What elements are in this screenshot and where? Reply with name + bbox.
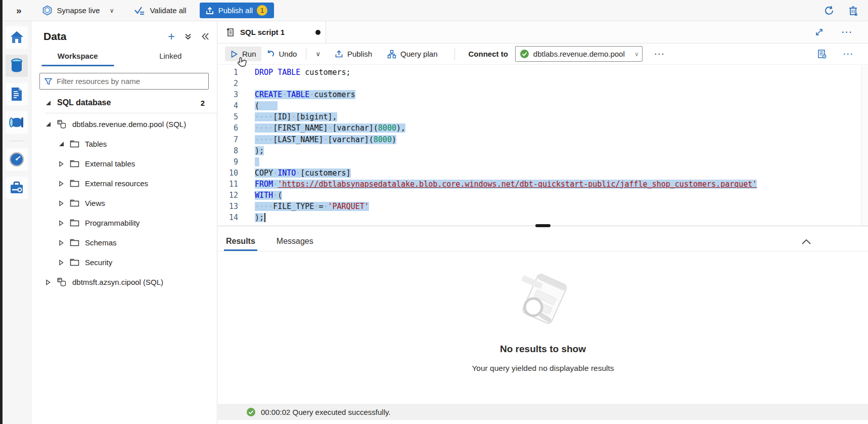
success-check-icon: [246, 407, 256, 417]
rail-item-develop[interactable]: [6, 83, 28, 105]
collapsed-caret-icon[interactable]: [58, 181, 64, 187]
undo-button[interactable]: Undo: [261, 47, 302, 61]
query-plan-button[interactable]: Query plan: [382, 47, 442, 62]
tree-item-label: External tables: [85, 159, 135, 168]
query-plan-label: Query plan: [400, 50, 437, 58]
rail-item-manage[interactable]: [6, 177, 28, 199]
code-line-10[interactable]: 10COPY·INTO·[customers]: [218, 167, 861, 179]
code-line-14[interactable]: 14);: [218, 212, 861, 223]
tree-item-views[interactable]: Views: [31, 193, 217, 213]
undo-redo-dropdown-icon[interactable]: ∨: [310, 47, 326, 61]
collapsed-caret-icon[interactable]: [58, 161, 64, 167]
rail-item-data[interactable]: [6, 55, 28, 77]
selected-text: ····[FIRST_NAME]·[varchar](8000),: [255, 123, 405, 133]
run-button[interactable]: Run: [225, 47, 261, 61]
rail-item-integrate[interactable]: [6, 111, 28, 134]
collapsed-caret-icon[interactable]: [45, 279, 51, 285]
tab-messages[interactable]: Messages: [275, 237, 315, 251]
synapse-live-dropdown[interactable]: Synapse live ∨: [42, 5, 114, 16]
chevron-down-icon: ∨: [110, 7, 114, 14]
window-left-edge: [0, 0, 3, 424]
collapsed-caret-icon[interactable]: [58, 240, 64, 246]
selected-text: FROM·'https://dbtlabsynapsedatalake.blob…: [255, 180, 757, 189]
tab-linked[interactable]: Linked: [124, 48, 217, 66]
unsaved-changes-dot: [315, 30, 321, 35]
line-content: ····FILE_TYPE·=·'PARQUET': [238, 201, 369, 212]
tab-more-actions-icon[interactable]: ···: [838, 28, 857, 37]
tab-results[interactable]: Results: [224, 237, 257, 251]
line-content: CREATE·TABLE·customers: [238, 89, 355, 100]
expand-collapse-icon[interactable]: [184, 32, 192, 40]
expand-menu-icon[interactable]: »: [16, 5, 21, 16]
editor-scrollbar[interactable]: [861, 65, 868, 247]
connect-to-pool-dropdown[interactable]: dbtlabs.revenue.demo.pool ∨: [515, 46, 643, 62]
sql-code-editor[interactable]: 1DROP TABLE customers;23CREATE·TABLE·cus…: [218, 65, 861, 246]
expanded-caret-icon[interactable]: [45, 121, 51, 127]
monitor-icon: [9, 152, 24, 167]
expanded-caret-icon[interactable]: [45, 100, 51, 106]
publish-button[interactable]: Publish: [330, 47, 377, 61]
validate-all-button[interactable]: Validate all: [134, 6, 186, 16]
tree-item-dbtmsft-azsyn-cipool-sql[interactable]: dbtmsft.azsyn.cipool (SQL): [31, 272, 217, 292]
tree-section-count: 2: [201, 99, 205, 107]
data-panel-title: Data: [43, 30, 67, 43]
status-message: 00:00:02 Query executed successfully.: [261, 408, 391, 416]
code-line-13[interactable]: 13····FILE_TYPE·=·'PARQUET': [218, 201, 861, 212]
filter-resources-input[interactable]: [57, 77, 204, 86]
publish-label: Publish: [347, 50, 372, 58]
code-line-7[interactable]: 7····[LAST_NAME]·[varchar](8000): [218, 134, 861, 145]
expanded-caret-icon[interactable]: [58, 141, 64, 147]
rail-item-home[interactable]: [6, 26, 28, 49]
line-content: ····[ID]·[bigint],: [238, 111, 337, 122]
tree-item-schemas[interactable]: Schemas: [31, 233, 217, 252]
line-content: );: [238, 145, 264, 156]
publish-all-button[interactable]: Publish all 1: [200, 3, 274, 18]
tree-section-sql-database[interactable]: SQL database 2: [31, 94, 217, 112]
tab-workspace[interactable]: Workspace: [31, 48, 124, 66]
tree-item-programmability[interactable]: Programmability: [31, 213, 217, 233]
code-line-5[interactable]: 5····[ID]·[bigint],: [218, 111, 861, 122]
refresh-icon[interactable]: [824, 5, 835, 16]
tree-item-security[interactable]: Security: [31, 252, 217, 272]
code-line-4[interactable]: 4(: [218, 100, 861, 111]
add-icon[interactable]: +: [168, 30, 175, 43]
line-content: [238, 156, 259, 167]
tree-item-dbtlabs-revenue-demo-pool-sql[interactable]: dbtlabs.revenue.demo.pool (SQL): [31, 114, 217, 134]
tree-item-external-tables[interactable]: External tables: [31, 154, 217, 174]
code-line-3[interactable]: 3CREATE·TABLE·customers: [218, 89, 861, 100]
line-number: 9: [218, 156, 238, 167]
toolbar-separator: [306, 49, 306, 60]
database-tree: SQL database 2 dbtlabs.revenue.demo.pool…: [31, 94, 217, 292]
expand-editor-icon[interactable]: [815, 28, 824, 36]
tree-item-tables[interactable]: Tables: [31, 134, 217, 154]
collapsed-caret-icon[interactable]: [58, 220, 64, 226]
code-line-6[interactable]: 6····[FIRST_NAME]·[varchar](8000),: [218, 122, 861, 134]
collapse-results-icon[interactable]: [801, 239, 811, 251]
tree-item-external-resources[interactable]: External resources: [31, 174, 217, 193]
editor-more-actions-icon[interactable]: ···: [839, 50, 858, 58]
properties-icon[interactable]: [817, 49, 827, 59]
code-line-9[interactable]: 9: [218, 156, 861, 167]
discard-trash-icon[interactable]: [848, 5, 859, 16]
filter-funnel-icon: [44, 77, 53, 86]
selected-text: );: [255, 213, 264, 222]
code-line-8[interactable]: 8);: [218, 145, 861, 156]
tree-item-label: Programmability: [85, 219, 140, 227]
collapse-pane-icon[interactable]: [201, 32, 210, 40]
collapsed-caret-icon[interactable]: [58, 260, 64, 266]
code-line-11[interactable]: 11FROM·'https://dbtlabsynapsedatalake.bl…: [218, 179, 861, 190]
filter-resources-box: [39, 73, 209, 90]
tree-item-label: dbtlabs.revenue.demo.pool (SQL): [72, 120, 186, 129]
tab-sql-script-1[interactable]: SQL script 1: [218, 21, 326, 43]
toolbar-more-icon[interactable]: ···: [651, 50, 669, 58]
code-line-2[interactable]: 2: [218, 78, 861, 89]
collapsed-caret-icon[interactable]: [58, 200, 64, 206]
tree-item-label: External resources: [85, 179, 148, 188]
panel-splitter-handle[interactable]: [535, 224, 551, 227]
toolbar-separator: [454, 49, 455, 60]
code-line-12[interactable]: 12WITH·(: [218, 190, 861, 201]
line-number: 7: [218, 134, 238, 145]
rail-item-monitor[interactable]: [6, 148, 28, 171]
code-line-1[interactable]: 1DROP TABLE customers;: [218, 67, 861, 78]
document-tab-bar: SQL script 1 ···: [218, 21, 868, 44]
